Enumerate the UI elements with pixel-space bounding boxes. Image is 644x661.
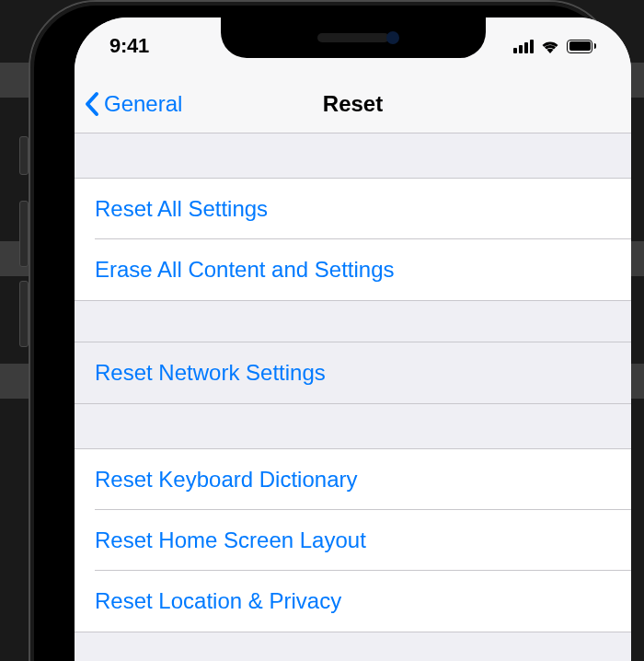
volume-down-button	[19, 281, 29, 347]
page-title: Reset	[323, 91, 383, 117]
notch	[221, 17, 486, 58]
navigation-bar: General Reset	[75, 75, 631, 133]
list-item-label: Reset All Settings	[95, 196, 268, 221]
reset-group-3: Reset Keyboard Dictionary Reset Home Scr…	[75, 448, 631, 632]
reset-all-settings-button[interactable]: Reset All Settings	[75, 179, 631, 239]
list-item-label: Reset Home Screen Layout	[95, 528, 366, 552]
speaker	[317, 33, 389, 42]
reset-location-privacy-button[interactable]: Reset Location & Privacy	[75, 571, 631, 632]
back-button-label: General	[104, 91, 182, 117]
reset-home-screen-button[interactable]: Reset Home Screen Layout	[75, 510, 631, 571]
chevron-left-icon	[84, 91, 100, 117]
section-spacer	[75, 404, 631, 448]
cellular-signal-icon	[513, 40, 534, 53]
mute-switch	[19, 136, 29, 175]
list-item-label: Erase All Content and Settings	[95, 257, 395, 282]
list-item-label: Reset Keyboard Dictionary	[95, 467, 357, 492]
section-spacer	[75, 301, 631, 342]
content-area: Reset All Settings Erase All Content and…	[75, 133, 631, 661]
section-spacer	[75, 133, 631, 178]
back-button[interactable]: General	[84, 91, 182, 117]
reset-keyboard-dictionary-button[interactable]: Reset Keyboard Dictionary	[75, 449, 631, 510]
list-item-label: Reset Location & Privacy	[95, 588, 341, 613]
reset-group-2: Reset Network Settings	[75, 342, 631, 404]
screen: 9:41	[75, 17, 631, 661]
status-icons	[513, 39, 596, 53]
list-item-label: Reset Network Settings	[95, 360, 326, 385]
reset-network-settings-button[interactable]: Reset Network Settings	[75, 342, 631, 403]
front-camera	[386, 31, 399, 44]
phone-frame: 9:41	[29, 0, 616, 661]
erase-all-content-button[interactable]: Erase All Content and Settings	[75, 239, 631, 300]
volume-up-button	[19, 201, 29, 267]
wifi-icon	[540, 39, 560, 53]
reset-group-1: Reset All Settings Erase All Content and…	[75, 178, 631, 301]
battery-icon	[567, 40, 596, 53]
status-time: 9:41	[109, 34, 149, 58]
